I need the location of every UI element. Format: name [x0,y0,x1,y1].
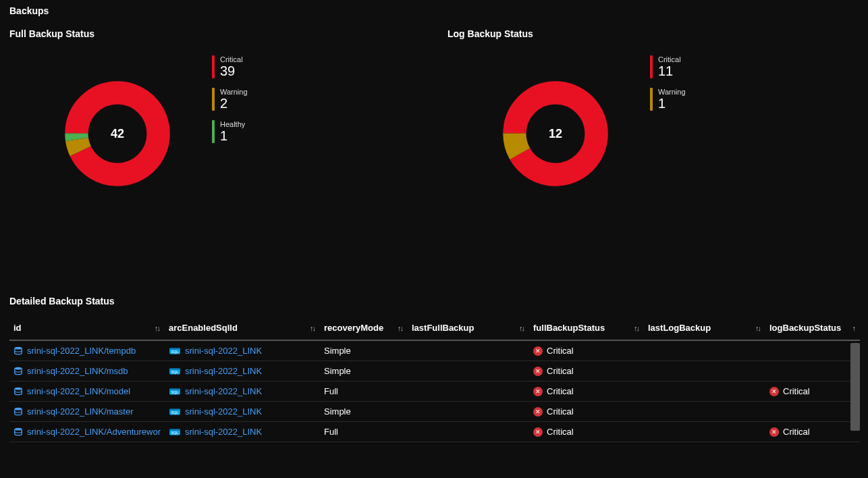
legend-label: Healthy [220,120,245,128]
legend-value: 39 [220,63,243,78]
full-backup-chart-section: Full Backup Status 42 Critical39Warning2… [9,28,421,188]
legend-item-critical[interactable]: Critical39 [212,55,248,78]
table-row[interactable]: srini-sql-2022_LINK/tempdbSQLsrini-sql-2… [9,340,860,361]
sort-icon[interactable]: ↑↓ [755,324,760,332]
id-link[interactable]: srini-sql-2022_LINK/model [13,386,161,396]
legend-item-warning[interactable]: Warning1 [650,88,686,111]
sql-server-icon: SQL [169,387,181,396]
sql-server-icon: SQL [169,367,181,376]
arc-link[interactable]: SQLsrini-sql-2022_LINK [169,386,316,396]
svg-text:SQL: SQL [171,369,179,373]
legend-color-bar [212,120,215,143]
svg-text:SQL: SQL [171,349,179,353]
svg-point-17 [15,407,22,410]
database-icon [13,367,23,376]
sort-icon[interactable]: ↑↓ [398,324,402,332]
legend-color-bar [650,55,653,78]
table-row[interactable]: srini-sql-2022_LINK/masterSQLsrini-sql-2… [9,402,860,422]
sort-icon[interactable]: ↑↓ [310,324,315,332]
last-full-backup-cell [408,402,529,422]
scrollbar-thumb[interactable] [850,343,860,431]
last-log-backup-cell [644,422,765,442]
svg-text:SQL: SQL [171,390,179,394]
col-header-logstatus[interactable]: logBackupStatus↑ [765,317,860,340]
recovery-mode-cell: Simple [320,402,408,422]
legend-value: 1 [220,128,245,143]
legend-value: 2 [220,96,248,111]
id-link[interactable]: srini-sql-2022_LINK/tempdb [13,346,161,356]
full-backup-donut[interactable]: 42 [63,80,171,188]
full-backup-status: ✕Critical [533,366,640,376]
col-header-lastfull[interactable]: lastFullBackup↑↓ [408,317,529,340]
arc-link[interactable]: SQLsrini-sql-2022_LINK [169,366,316,376]
sort-icon[interactable]: ↑ [852,324,855,332]
critical-icon: ✕ [769,387,779,396]
detailed-backup-status-title: Detailed Backup Status [9,296,859,307]
legend-item-critical[interactable]: Critical11 [650,55,686,78]
col-header-arc[interactable]: arcEnabledSqlId↑↓ [165,317,320,340]
full-backup-status: ✕Critical [533,427,640,437]
log-backup-donut[interactable]: 12 [501,80,609,188]
critical-icon: ✕ [533,367,543,376]
recovery-mode-cell: Simple [320,361,408,381]
arc-text: srini-sql-2022_LINK [185,427,262,437]
arc-link[interactable]: SQLsrini-sql-2022_LINK [169,406,316,417]
legend-item-healthy[interactable]: Healthy1 [212,120,248,143]
database-icon [13,387,23,396]
critical-icon: ✕ [769,427,779,437]
last-full-backup-cell [408,422,529,442]
col-header-lastlog[interactable]: lastLogBackup↑↓ [644,317,765,340]
col-header-recovery[interactable]: recoveryMode↑↓ [320,317,408,340]
id-link[interactable]: srini-sql-2022_LINK/master [13,406,161,417]
svg-point-5 [15,346,22,349]
col-header-id[interactable]: id↑↓ [9,317,165,340]
legend-item-warning[interactable]: Warning2 [212,88,248,111]
sort-icon[interactable]: ↑↓ [155,324,159,332]
svg-point-13 [15,387,22,390]
last-full-backup-cell [408,340,529,361]
last-log-backup-cell [644,340,765,361]
legend-label: Critical [220,55,243,63]
critical-icon: ✕ [533,407,543,417]
log-backup-legend: Critical11Warning1 [650,55,686,111]
recovery-mode-cell: Full [320,381,408,402]
legend-label: Critical [658,55,681,63]
col-header-fullstatus[interactable]: fullBackupStatus↑↓ [529,317,644,340]
arc-text: srini-sql-2022_LINK [185,346,262,356]
legend-value: 11 [658,63,681,78]
log-backup-status: ✕Critical [769,386,856,396]
id-link[interactable]: srini-sql-2022_LINK/msdb [13,366,161,376]
legend-color-bar [212,55,215,78]
legend-color-bar [212,88,215,111]
table-row[interactable]: srini-sql-2022_LINK/modelSQLsrini-sql-20… [9,381,860,402]
critical-icon: ✕ [533,346,543,356]
id-text: srini-sql-2022_LINK/msdb [27,366,128,376]
id-text: srini-sql-2022_LINK/master [27,406,134,417]
id-text: srini-sql-2022_LINK/tempdb [27,346,136,356]
sort-icon[interactable]: ↑↓ [519,324,524,332]
recovery-mode-cell: Full [320,422,408,442]
sql-server-icon: SQL [169,346,181,356]
svg-text:SQL: SQL [171,430,179,434]
table-row[interactable]: srini-sql-2022_LINK/AdventureworSQLsrini… [9,422,860,442]
last-full-backup-cell [408,381,529,402]
last-full-backup-cell [408,361,529,381]
arc-link[interactable]: SQLsrini-sql-2022_LINK [169,427,316,437]
full-backup-chart-title: Full Backup Status [9,28,421,39]
last-log-backup-cell [644,402,765,422]
log-backup-chart-title: Log Backup Status [447,28,859,39]
page-title: Backups [9,5,859,16]
sort-icon[interactable]: ↑↓ [634,324,639,332]
table-row[interactable]: srini-sql-2022_LINK/msdbSQLsrini-sql-202… [9,361,860,381]
legend-value: 1 [658,96,686,111]
full-backup-status: ✕Critical [533,346,640,356]
arc-text: srini-sql-2022_LINK [185,366,262,376]
id-link[interactable]: srini-sql-2022_LINK/Adventurewor [13,427,161,437]
svg-point-9 [15,367,22,369]
arc-text: srini-sql-2022_LINK [185,386,262,396]
sql-server-icon: SQL [169,427,181,437]
id-text: srini-sql-2022_LINK/model [27,386,130,396]
svg-text:SQL: SQL [171,410,179,414]
arc-link[interactable]: SQLsrini-sql-2022_LINK [169,346,316,356]
log-backup-status: ✕Critical [769,427,856,437]
